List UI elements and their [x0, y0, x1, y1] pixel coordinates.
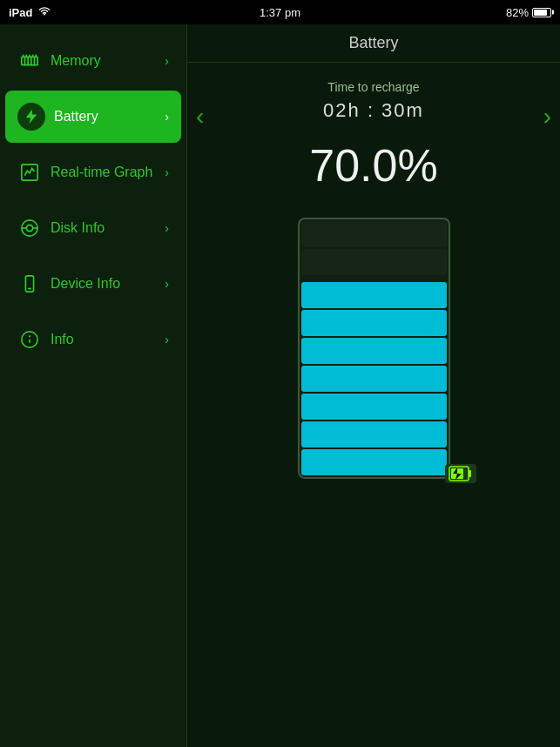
status-time: 1:37 pm — [260, 6, 300, 19]
disk-icon — [17, 216, 42, 240]
battery-active-icon — [17, 103, 45, 131]
battery-body — [298, 218, 450, 479]
sidebar-item-battery[interactable]: Battery › — [5, 91, 181, 143]
content-area: Battery ‹ › Time to recharge 02h : 30m 7… — [187, 24, 560, 747]
info-icon — [17, 327, 42, 352]
battery-seg-6 — [301, 310, 447, 336]
charging-icon — [445, 464, 476, 483]
status-left: iPad — [9, 6, 51, 19]
info-chevron-icon: › — [165, 333, 169, 347]
battery-percent-label: 82% — [506, 6, 529, 19]
battery-status-icon — [532, 8, 551, 17]
battery-seg-7 — [301, 282, 447, 308]
battery-seg-3 — [301, 394, 447, 420]
memory-icon — [17, 49, 42, 73]
battery-seg-2 — [301, 421, 447, 448]
time-to-recharge-label: Time to recharge — [327, 80, 419, 94]
content-header: Battery — [187, 24, 560, 63]
status-right: 82% — [506, 6, 551, 19]
battery-filled-area — [300, 280, 449, 477]
battery-seg-1 — [301, 449, 447, 475]
nav-left-arrow[interactable]: ‹ — [196, 103, 204, 131]
svg-rect-15 — [25, 276, 33, 292]
battery-visual — [298, 218, 450, 479]
sidebar-item-memory[interactable]: Memory › — [5, 35, 181, 87]
sidebar-item-info[interactable]: Info › — [5, 313, 181, 366]
sidebar-item-memory-label: Memory — [51, 53, 165, 69]
sidebar-item-battery-label: Battery — [54, 109, 165, 124]
battery-info-section: Time to recharge 02h : 30m 70.0% — [187, 80, 560, 479]
sidebar-item-disk-label: Disk Info — [51, 220, 165, 236]
sidebar-item-realtime-graph[interactable]: Real-time Graph › — [5, 146, 181, 199]
sidebar-item-device-info[interactable]: Device Info › — [5, 258, 181, 310]
sidebar-item-info-label: Info — [51, 332, 165, 347]
battery-seg-4 — [301, 366, 447, 392]
svg-rect-0 — [22, 57, 37, 64]
sidebar-item-device-label: Device Info — [51, 276, 165, 292]
device-icon — [17, 272, 42, 296]
graph-chevron-icon: › — [165, 165, 169, 179]
device-chevron-icon: › — [165, 277, 169, 291]
sidebar-item-graph-label: Real-time Graph — [51, 165, 165, 180]
time-to-recharge-value: 02h : 30m — [323, 99, 424, 122]
memory-chevron-icon: › — [165, 54, 169, 68]
battery-empty-seg-1 — [301, 221, 447, 247]
main-layout: Memory › Battery › Real-time Graph › — [0, 24, 560, 747]
page-title: Battery — [348, 34, 398, 52]
svg-point-12 — [26, 225, 32, 231]
sidebar: Memory › Battery › Real-time Graph › — [0, 24, 187, 747]
battery-seg-5 — [301, 338, 447, 364]
device-name: iPad — [9, 6, 32, 19]
battery-empty-seg-2 — [301, 249, 447, 275]
status-bar: iPad 1:37 pm 82% — [0, 0, 560, 24]
battery-empty-area — [300, 219, 449, 277]
sidebar-item-disk-info[interactable]: Disk Info › — [5, 202, 181, 254]
wifi-icon — [37, 6, 51, 19]
svg-rect-21 — [469, 470, 471, 477]
nav-right-arrow[interactable]: › — [543, 103, 551, 131]
disk-chevron-icon: › — [165, 221, 169, 235]
battery-percentage: 70.0% — [309, 139, 437, 192]
graph-icon — [17, 160, 42, 185]
battery-chevron-icon: › — [165, 110, 169, 124]
